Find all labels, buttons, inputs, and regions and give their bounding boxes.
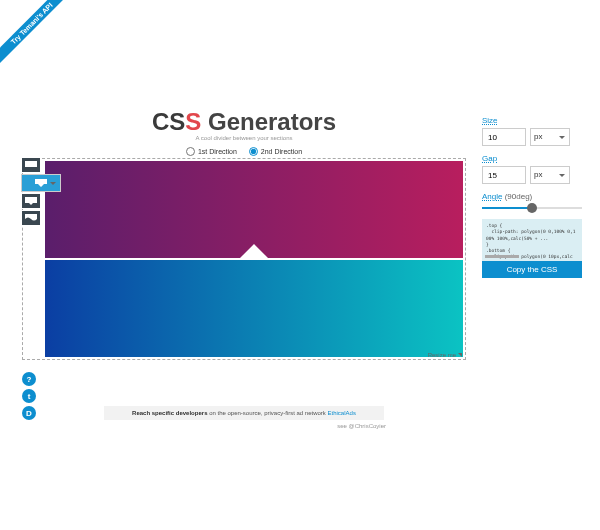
shape-option-4[interactable] bbox=[21, 210, 41, 226]
header: CSS Generators A cool divider between yo… bbox=[22, 108, 466, 156]
gap-control: Gap px bbox=[482, 154, 582, 184]
svg-rect-0 bbox=[25, 161, 37, 167]
section-top bbox=[45, 161, 463, 258]
logo-title: CSS Generators bbox=[22, 108, 466, 136]
logo-subtitle: A cool divider between your sections bbox=[22, 135, 466, 141]
shape-option-1[interactable] bbox=[21, 157, 41, 173]
preview-container: Resize me bbox=[22, 158, 466, 360]
copy-css-button[interactable]: Copy the CSS bbox=[482, 261, 582, 278]
angle-value: (90deg) bbox=[505, 192, 533, 201]
shape-option-2[interactable] bbox=[21, 174, 61, 192]
direction-radios: 1st Direction 2nd Direction bbox=[22, 147, 466, 156]
size-unit-select[interactable]: px bbox=[530, 128, 570, 146]
slider-thumb[interactable] bbox=[527, 203, 537, 213]
gap-label: Gap bbox=[482, 154, 582, 163]
gap-unit-select[interactable]: px bbox=[530, 166, 570, 184]
angle-slider[interactable] bbox=[482, 207, 582, 209]
twitter-button[interactable]: t bbox=[22, 389, 36, 403]
preview-sections bbox=[45, 161, 463, 357]
promo-ribbon[interactable]: Try Temani's API bbox=[0, 0, 75, 67]
angle-control: Angle (90deg) bbox=[482, 192, 582, 209]
controls-panel: Size px Gap px Angle (90deg) .top { clip… bbox=[482, 116, 582, 278]
ad-bar[interactable]: Reach specific developers on the open-so… bbox=[104, 406, 384, 420]
size-control: Size px bbox=[482, 116, 582, 146]
shape-option-3[interactable] bbox=[21, 193, 41, 209]
css-output[interactable]: .top { clip-path: polygon(0 0,100% 0,100… bbox=[482, 219, 582, 261]
radio-2nd-direction[interactable]: 2nd Direction bbox=[249, 147, 302, 156]
angle-label: Angle bbox=[482, 192, 502, 201]
gap-input[interactable] bbox=[482, 166, 526, 184]
credit-text: see @ChrisCoyier bbox=[22, 423, 466, 429]
radio-1st-direction[interactable]: 1st Direction bbox=[186, 147, 237, 156]
size-label: Size bbox=[482, 116, 582, 125]
footer: Reach specific developers on the open-so… bbox=[22, 406, 466, 429]
resize-handle[interactable]: Resize me bbox=[428, 352, 462, 358]
size-input[interactable] bbox=[482, 128, 526, 146]
section-bottom bbox=[45, 260, 463, 357]
help-button[interactable]: ? bbox=[22, 372, 36, 386]
shape-selector bbox=[21, 157, 43, 226]
